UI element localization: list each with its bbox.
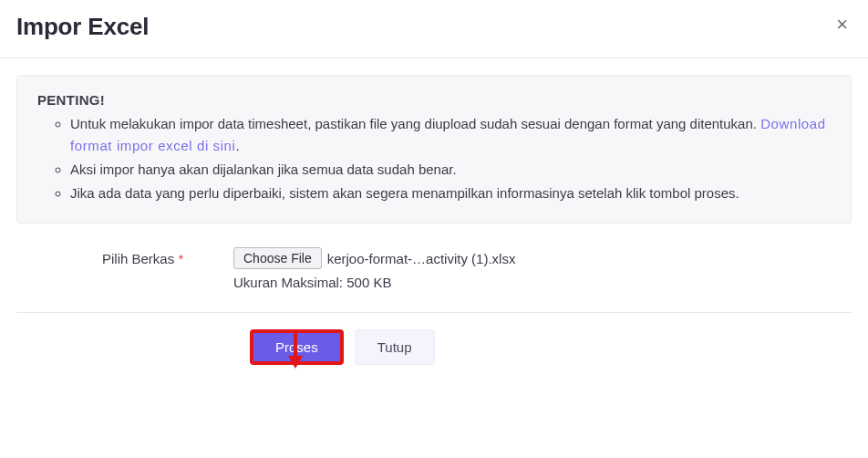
process-button[interactable]: Proses	[250, 329, 344, 365]
alert-item-text: Untuk melakukan impor data timesheet, pa…	[70, 116, 760, 131]
file-label-text: Pilih Berkas	[102, 251, 174, 266]
file-label: Pilih Berkas *	[16, 247, 233, 266]
selected-file-name: kerjoo-format-…activity (1).xlsx	[327, 251, 516, 266]
close-button[interactable]: ×	[832, 13, 852, 36]
file-input-col: Choose File kerjoo-format-…activity (1).…	[233, 247, 852, 290]
modal-footer: Proses Tutup	[16, 312, 852, 365]
alert-important: PENTING! Untuk melakukan impor data time…	[16, 75, 852, 224]
close-modal-button[interactable]: Tutup	[355, 329, 435, 365]
alert-title: PENTING!	[37, 92, 831, 108]
choose-file-button[interactable]: Choose File	[233, 247, 322, 269]
alert-item-text-after: .	[236, 138, 240, 153]
modal-body: PENTING! Untuk melakukan impor data time…	[0, 58, 868, 365]
alert-item-text: Jika ada data yang perlu diperbaiki, sis…	[70, 185, 739, 201]
alert-list: Untuk melakukan impor data timesheet, pa…	[37, 113, 831, 204]
alert-item-text: Aksi impor hanya akan dijalankan jika se…	[70, 161, 457, 177]
max-size-text: Ukuran Maksimal: 500 KB	[233, 275, 852, 290]
required-indicator: *	[178, 251, 183, 266]
file-picker: Choose File kerjoo-format-…activity (1).…	[233, 247, 852, 269]
file-picker-row: Pilih Berkas * Choose File kerjoo-format…	[16, 247, 852, 312]
alert-list-item: Untuk melakukan impor data timesheet, pa…	[70, 113, 831, 157]
alert-list-item: Jika ada data yang perlu diperbaiki, sis…	[70, 182, 831, 204]
modal-title: Impor Excel	[16, 13, 149, 41]
alert-list-item: Aksi impor hanya akan dijalankan jika se…	[70, 159, 831, 181]
modal-header: Impor Excel ×	[0, 0, 868, 58]
